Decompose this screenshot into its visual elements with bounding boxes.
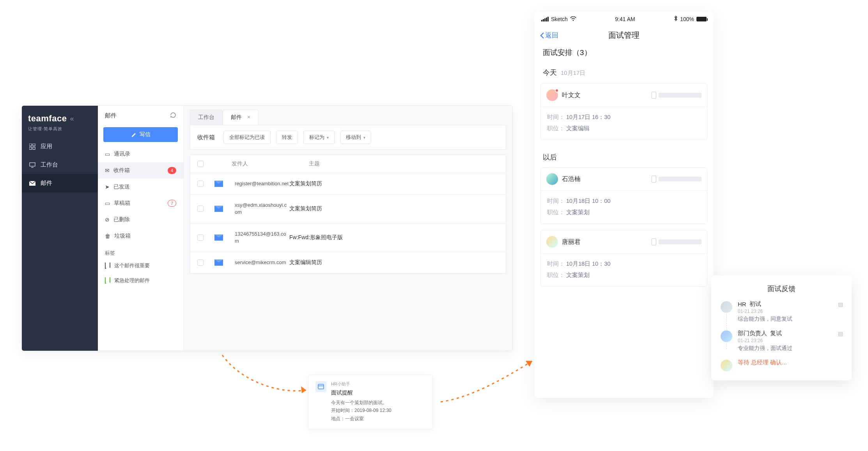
mail-toolbar: 收件箱 全部标记为已读 转发 标记为▾ 移动到▾ [190,125,506,150]
sender: xsy@edm.xiaoshouyi.com [235,202,289,216]
bluetooth-icon [674,16,678,22]
bookmark-icon [105,263,110,269]
mail-main: 工作台 邮件 × 收件箱 全部标记为已读 转发 标记为▾ 移动到▾ 发件人 主题… [184,106,512,351]
compose-label: 写信 [140,131,151,138]
primary-nav: teamface « 让管理·简单高效 应用 工作台 邮件 [22,106,98,351]
mail-table: 发件人 主题 register@teambition.net 文案策划简历 xs… [190,154,506,274]
feedback-stage: 复试 [770,330,782,337]
close-icon[interactable]: × [247,114,250,120]
row-checkbox[interactable] [197,259,204,266]
collapse-icon[interactable]: « [70,115,74,123]
row-checkbox[interactable] [197,181,204,187]
note-icon[interactable]: ▤ [838,301,843,307]
position-value: 文案编辑 [566,125,590,131]
chevron-down-icon: ▾ [327,135,329,140]
flow-arrow [218,351,312,400]
mark-as-button[interactable]: 标记为▾ [303,131,335,144]
sidebar-sent[interactable]: ➤ 已发送 [98,179,183,195]
feedback-item[interactable]: 部门负责人 复试 ▤ 01-21 23:26 专业能力强，面试通过 [738,330,843,352]
sent-icon: ➤ [105,184,110,190]
row-checkbox[interactable] [197,206,204,212]
sidebar-contacts[interactable]: ▭ 通讯录 [98,146,183,162]
note-icon[interactable]: ▤ [838,330,843,337]
interview-card[interactable]: 叶文文 时间：10月17日 16：30 职位：文案编辑 [540,83,707,140]
trash-icon: 🗑 [105,233,110,239]
avatar [546,236,558,248]
interview-card[interactable]: 唐丽君 时间：10月18日 10：30 职位：文案策划 [540,230,707,287]
waiting-text: 等待 总经理 确认... [738,359,843,366]
phone-screen: Sketch 9:41 AM 100% 返回 面试管理 面试安排（3） 今天 1… [534,12,714,398]
trash-label: 垃圾箱 [114,233,131,240]
sidebar-trash[interactable]: 🗑 垃圾箱 [98,228,183,244]
tag-important[interactable]: 这个邮件很重要 [98,258,183,273]
feedback-text: 综合能力强，同意复试 [738,316,843,323]
nav-workbench-label: 工作台 [41,161,58,169]
tag-urgent[interactable]: 紧急处理的邮件 [98,273,183,288]
calendar-icon [315,381,326,392]
drafts-icon: ▭ [105,200,110,206]
select-all-checkbox[interactable] [197,161,204,167]
later-label: 以后 [534,144,714,165]
feedback-role: 部门负责人 [738,330,767,337]
compose-button[interactable]: 写信 [103,127,178,142]
nav-mail-label: 邮件 [41,179,52,187]
mail-icon [214,234,223,241]
position-value: 文案策划 [566,209,590,215]
sidebar-inbox[interactable]: ✉ 收件箱 4 [98,162,183,179]
move-to-button[interactable]: 移动到▾ [340,131,371,144]
carrier: Sketch [551,16,568,22]
table-row[interactable]: service@mikecrm.com 文案编辑简历 [190,252,506,273]
deleted-label: 已删除 [113,216,130,223]
row-checkbox[interactable] [197,234,204,241]
today-date: 10月17日 [561,69,585,77]
sidebar-deleted[interactable]: ⊘ 已删除 [98,211,183,228]
nav-mail[interactable]: 邮件 [22,174,98,192]
svg-rect-0 [29,144,32,146]
tab-mail[interactable]: 邮件 × [223,110,259,125]
nav-workbench[interactable]: 工作台 [22,156,98,174]
contacts-icon: ▭ [105,151,110,157]
inbox-label: 收件箱 [113,167,130,174]
refresh-icon[interactable] [170,112,176,119]
phone-navbar: 返回 面试管理 [534,26,714,46]
tab-workbench[interactable]: 工作台 [190,110,223,125]
nav-apps[interactable]: 应用 [22,137,98,156]
phone-icon [652,176,656,183]
drafts-badge: 7 [168,200,176,207]
tab-mail-label: 邮件 [231,114,242,120]
flow-arrow [437,355,538,411]
signal-icon [541,17,549,21]
time-label: 时间： [547,114,565,120]
table-row[interactable]: register@teambition.net 文案策划简历 [190,173,506,195]
nav-apps-label: 应用 [41,143,52,150]
notification-card[interactable]: HR小助手 面试提醒 今天有一个策划部的面试。 开始时间：2019-08-09 … [308,375,433,429]
subject: 文案编辑简历 [289,259,322,266]
feedback-role: HR [738,301,746,307]
move-to-label: 移动到 [346,134,361,141]
svg-rect-2 [29,147,32,149]
feedback-item[interactable]: HR 初试 ▤ 01-21 23:26 综合能力强，同意复试 [738,300,843,323]
candidate-name: 叶文文 [562,91,581,99]
phone-field [652,92,701,99]
svg-rect-9 [318,384,324,389]
status-time: 9:41 AM [615,16,635,22]
table-row[interactable]: 13246755134@163.com Fw:Fwd:形象照电子版 [190,224,506,252]
tag-important-label: 这个邮件很重要 [114,262,150,269]
sent-label: 已发送 [113,183,130,190]
candidate-name: 唐丽君 [562,238,581,246]
avatar [720,359,733,372]
position-label: 职位： [547,125,565,131]
feedback-time: 01-21 23:26 [738,309,843,314]
grid-icon [29,143,36,150]
inbox-badge: 4 [168,167,176,174]
forward-button[interactable]: 转发 [276,131,298,144]
time-label: 时间： [547,198,565,204]
interview-card[interactable]: 石浩楠 时间：10月18日 10：00 职位：文案策划 [540,167,707,224]
tab-workbench-label: 工作台 [198,114,214,120]
monitor-icon [29,162,36,169]
mark-all-read-button[interactable]: 全部标记为已读 [223,131,271,144]
svg-rect-3 [33,147,35,149]
table-row[interactable]: xsy@edm.xiaoshouyi.com 文案策划简历 [190,195,506,223]
sidebar-drafts[interactable]: ▭ 草稿箱 7 [98,195,183,211]
feedback-stage: 初试 [749,300,761,308]
